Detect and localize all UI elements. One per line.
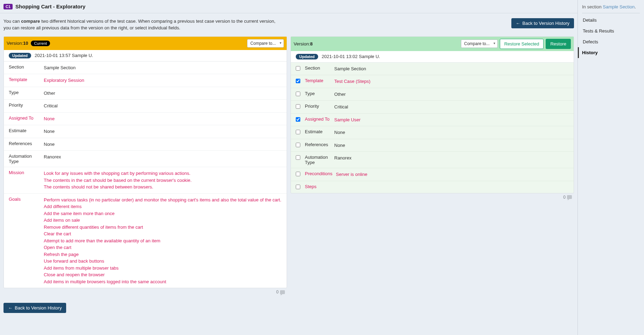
field-value: Critical xyxy=(44,102,282,109)
field-label: References xyxy=(9,141,40,146)
intro-rest: two different historical versions of the… xyxy=(4,19,275,30)
field-label: Section xyxy=(9,64,40,70)
field-label: Estimate xyxy=(305,129,331,134)
field-value: Sample Section xyxy=(334,65,569,72)
intro-row: You can compare two different historical… xyxy=(0,13,578,36)
comment-icon[interactable] xyxy=(280,290,285,294)
left-version-label: Version: xyxy=(7,41,23,46)
field-label: Estimate xyxy=(9,128,40,133)
right-version-label: Version: xyxy=(294,41,310,47)
bottom-bar: ← Back to Version History xyxy=(0,299,578,316)
field-value: None xyxy=(334,142,569,149)
comment-icon[interactable] xyxy=(567,195,572,199)
left-field-type: Type Other xyxy=(4,87,287,100)
left-updated-text: 2021-10-01 13:57 Sample U. xyxy=(35,53,93,58)
intro-bold: compare xyxy=(21,19,40,24)
field-label: Priority xyxy=(9,102,40,108)
breadcrumb: In section Sample Section. xyxy=(582,4,640,9)
tab-tests-results[interactable]: Tests & Results xyxy=(582,26,640,36)
left-comment-count: 0 xyxy=(276,290,279,294)
right-version-number: 8 xyxy=(310,41,313,47)
field-label: Automation Type xyxy=(305,155,331,165)
back-to-history-button-bottom[interactable]: ← Back to Version History xyxy=(4,303,66,313)
left-field-estimate: Estimate None xyxy=(4,125,287,138)
right-updated-text: 2021-10-01 13:02 Sample U. xyxy=(322,54,380,59)
field-value: Critical xyxy=(334,104,569,111)
restore-checkbox-section[interactable] xyxy=(296,66,300,71)
restore-checkbox-type[interactable] xyxy=(296,92,300,96)
intro-prefix: You can xyxy=(4,19,21,24)
restore-selected-button[interactable]: Restore Selected xyxy=(500,39,544,49)
right-footer: 0 xyxy=(290,193,574,201)
left-field-goals: Goals Perform various tasks (in no parti… xyxy=(4,194,287,288)
field-label: Template xyxy=(9,77,40,82)
compare-columns: Version:10 Current Compare to... Updated… xyxy=(0,36,578,300)
right-header: Version:8 Compare to... Restore Selected… xyxy=(291,37,574,51)
version-left-panel: Version:10 Current Compare to... Updated… xyxy=(4,36,287,288)
compare-to-dropdown-left[interactable]: Compare to... xyxy=(247,39,284,48)
left-field-template: Template Exploratory Session xyxy=(4,74,287,87)
left-header: Version:10 Current Compare to... xyxy=(4,37,287,50)
page-header: C1 Shopping Cart - Exploratory xyxy=(0,0,578,13)
back-button-label: Back to Version History xyxy=(523,21,569,26)
restore-checkbox-automation[interactable] xyxy=(296,155,300,160)
field-value: Other xyxy=(44,90,282,97)
restore-checkbox-assigned[interactable] xyxy=(296,117,300,122)
field-value: Ranorex xyxy=(334,155,569,162)
left-field-priority: Priority Critical xyxy=(4,100,287,113)
right-field-steps: Steps xyxy=(291,181,574,193)
tab-defects[interactable]: Defects xyxy=(582,36,640,47)
field-value: Ranorex xyxy=(44,154,282,161)
right-field-references: References None xyxy=(291,139,574,152)
field-label: References xyxy=(305,142,331,147)
tab-details[interactable]: Details xyxy=(582,15,640,26)
field-value: None xyxy=(334,129,569,136)
field-value: Test Case (Steps) xyxy=(334,78,569,85)
left-field-assigned: Assigned To None xyxy=(4,113,287,126)
back-to-history-button-top[interactable]: ← Back to Version History xyxy=(511,18,574,28)
current-badge: Current xyxy=(31,41,50,46)
sidebar: In section Sample Section. Details Tests… xyxy=(578,0,644,335)
version-right-panel: Version:8 Compare to... Restore Selected… xyxy=(290,36,574,193)
restore-button[interactable]: Restore xyxy=(546,39,571,49)
restore-checkbox-steps[interactable] xyxy=(296,185,300,189)
restore-checkbox-priority[interactable] xyxy=(296,104,300,109)
field-label: Assigned To xyxy=(305,116,331,122)
arrow-left-icon: ← xyxy=(516,21,520,26)
field-value: Other xyxy=(334,91,569,98)
compare-to-dropdown-right[interactable]: Compare to... xyxy=(461,40,498,48)
restore-checkbox-preconditions[interactable] xyxy=(296,172,300,176)
field-label: Steps xyxy=(305,184,331,189)
tab-history[interactable]: History xyxy=(578,47,640,58)
field-value: Look for any issues with the shopping ca… xyxy=(44,170,282,191)
main-content: C1 Shopping Cart - Exploratory You can c… xyxy=(0,0,578,335)
right-field-estimate: Estimate None xyxy=(291,126,574,139)
field-label: Template xyxy=(305,78,331,83)
field-label: Preconditions xyxy=(305,171,332,176)
field-label: Automation Type xyxy=(9,154,40,164)
updated-badge: Updated xyxy=(296,54,318,59)
field-label: Type xyxy=(305,91,331,96)
sidebar-divider xyxy=(582,13,640,13)
page-title: Shopping Cart - Exploratory xyxy=(15,3,85,9)
right-field-assigned: Assigned To Sample User xyxy=(291,114,574,127)
right-field-preconditions: Preconditions Server is online xyxy=(291,168,574,181)
restore-checkbox-template[interactable] xyxy=(296,79,300,83)
field-value: Perform various tasks (in no particular … xyxy=(44,197,282,285)
right-field-priority: Priority Critical xyxy=(291,101,574,114)
field-value: None xyxy=(44,115,282,122)
left-field-references: References None xyxy=(4,138,287,151)
field-value: None xyxy=(44,141,282,148)
intro-text: You can compare two different historical… xyxy=(4,18,284,31)
field-label: Section xyxy=(305,65,331,71)
field-label: Priority xyxy=(305,104,331,109)
field-label: Type xyxy=(9,90,40,95)
left-updated-row: Updated 2021-10-01 13:57 Sample U. xyxy=(4,50,287,62)
restore-checkbox-estimate[interactable] xyxy=(296,130,300,134)
field-label: Assigned To xyxy=(9,115,40,121)
right-field-automation: Automation Type Ranorex xyxy=(291,152,574,168)
left-footer: 0 xyxy=(4,288,287,296)
in-section-prefix: In section xyxy=(582,4,603,9)
restore-checkbox-references[interactable] xyxy=(296,143,300,147)
section-link[interactable]: Sample Section xyxy=(603,4,635,9)
